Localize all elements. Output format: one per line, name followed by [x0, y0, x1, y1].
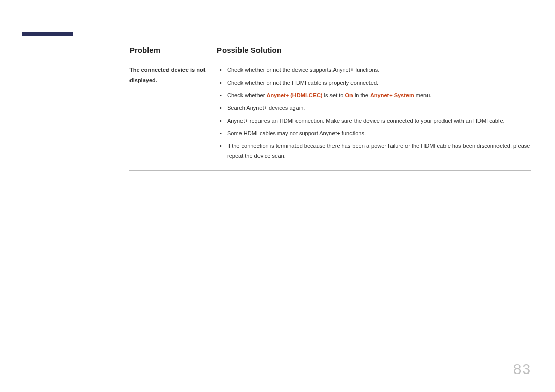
table-row: The connected device is not displayed. C… [130, 59, 531, 171]
list-item: Anynet+ requires an HDMI connection. Mak… [219, 116, 531, 126]
accent-bar [22, 32, 73, 36]
highlight-text: Anynet+ (HDMI-CEC) [266, 92, 322, 98]
problem-text: The connected device is not displayed. [130, 59, 217, 171]
header-solution: Possible Solution [217, 46, 531, 59]
troubleshooting-table: Problem Possible Solution The connected … [130, 46, 531, 171]
content-area: Problem Possible Solution The connected … [130, 31, 531, 171]
solution-list: Check whether or not the device supports… [217, 65, 531, 161]
list-item: If the connection is terminated because … [219, 141, 531, 160]
list-item: Some HDMI cables may not support Anynet+… [219, 128, 531, 138]
page-number: 83 [513, 361, 531, 378]
list-item: Check whether or not the HDMI cable is p… [219, 78, 531, 88]
solution-cell: Check whether or not the device supports… [217, 59, 531, 171]
list-item: Search Anynet+ devices again. [219, 103, 531, 113]
highlight-text: Anynet+ System [370, 92, 414, 98]
list-item: Check whether Anynet+ (HDMI-CEC) is set … [219, 90, 531, 100]
highlight-text: On [345, 92, 353, 98]
header-problem: Problem [130, 46, 217, 59]
top-divider [130, 31, 531, 31]
list-item: Check whether or not the device supports… [219, 65, 531, 75]
